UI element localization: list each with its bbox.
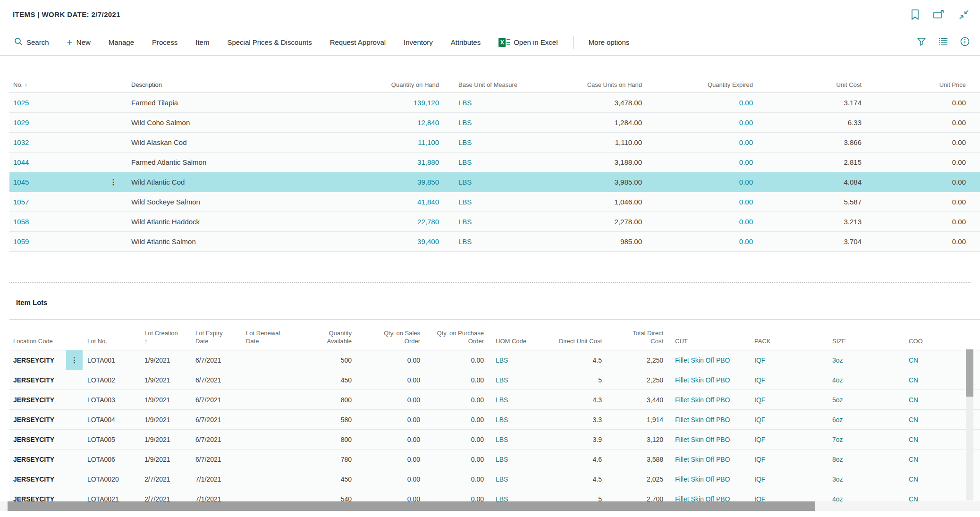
pack-link[interactable]: IQF — [754, 376, 765, 384]
lots-vertical-scrollbar-thumb[interactable] — [966, 349, 973, 397]
uom-code-link[interactable]: LBS — [496, 475, 508, 483]
collapse-icon[interactable] — [958, 9, 970, 20]
col-header-qty-purchase-order[interactable]: Qty. on PurchaseOrder — [427, 320, 491, 350]
col-header-coo[interactable]: COO — [904, 320, 966, 350]
qty-expired-link[interactable]: 0.00 — [739, 158, 753, 166]
pack-link[interactable]: IQF — [754, 356, 765, 364]
size-link[interactable]: 3oz — [832, 475, 843, 483]
uom-code-link[interactable]: LBS — [496, 416, 508, 424]
table-row[interactable]: 1029 ⋮ Wild Coho Salmon 12,840 LBS 1,284… — [9, 113, 980, 133]
item-no-link[interactable]: 1045 — [13, 178, 29, 186]
item-no-link[interactable]: 1025 — [13, 99, 29, 107]
open-in-new-window-icon[interactable] — [933, 9, 945, 20]
col-header-total-direct-cost[interactable]: Total DirectCost — [609, 320, 670, 350]
qty-on-hand-link[interactable]: 39,400 — [417, 237, 439, 246]
item-menu[interactable]: Item — [195, 38, 209, 46]
size-link[interactable]: 7oz — [832, 436, 843, 443]
item-no-link[interactable]: 1059 — [13, 237, 29, 246]
cut-link[interactable]: Fillet Skin Off PBO — [675, 376, 730, 384]
col-header-pack[interactable]: PACK — [751, 320, 828, 350]
cut-link[interactable]: Fillet Skin Off PBO — [675, 396, 730, 404]
uom-code-link[interactable]: LBS — [496, 436, 508, 443]
col-header-size[interactable]: SIZE — [828, 320, 904, 350]
coo-link[interactable]: CN — [909, 456, 918, 463]
table-row[interactable]: 1057 ⋮ Wild Sockeye Salmon 41,840 LBS 1,… — [9, 192, 980, 212]
pack-link[interactable]: IQF — [754, 456, 765, 463]
item-no-link[interactable]: 1058 — [13, 218, 29, 226]
cut-link[interactable]: Fillet Skin Off PBO — [675, 475, 730, 483]
cut-link[interactable]: Fillet Skin Off PBO — [675, 436, 730, 443]
base-uom-link[interactable]: LBS — [458, 237, 472, 246]
col-header-lot-expiry[interactable]: Lot ExpiryDate — [194, 320, 243, 350]
manage-menu[interactable]: Manage — [109, 38, 134, 46]
lot-row[interactable]: JERSEYCITY ⋮ LOTA001 1/9/2021 6/7/2021 5… — [9, 350, 980, 370]
base-uom-link[interactable]: LBS — [458, 119, 472, 127]
col-header-qty-sales-order[interactable]: Qty. on SalesOrder — [359, 320, 427, 350]
col-header-description[interactable]: Description — [127, 71, 326, 93]
cut-link[interactable]: Fillet Skin Off PBO — [675, 356, 730, 364]
coo-link[interactable]: CN — [909, 356, 918, 364]
coo-link[interactable]: CN — [909, 475, 918, 483]
inventory-menu[interactable]: Inventory — [404, 38, 433, 46]
coo-link[interactable]: CN — [909, 376, 918, 384]
qty-expired-link[interactable]: 0.00 — [739, 198, 753, 206]
col-header-qty-available[interactable]: QuantityAvailable — [312, 320, 359, 350]
col-header-location-code[interactable]: Location Code — [9, 320, 66, 350]
col-header-no[interactable]: No. ↑ — [9, 71, 99, 93]
qty-expired-link[interactable]: 0.00 — [739, 138, 753, 146]
uom-code-link[interactable]: LBS — [496, 456, 508, 463]
qty-on-hand-link[interactable]: 139,120 — [414, 99, 439, 107]
horizontal-scrollbar-thumb[interactable] — [8, 501, 815, 511]
col-header-unit-cost[interactable]: Unit Cost — [762, 71, 869, 93]
qty-expired-link[interactable]: 0.00 — [739, 99, 753, 107]
coo-link[interactable]: CN — [909, 495, 918, 502]
cut-link[interactable]: Fillet Skin Off PBO — [675, 495, 730, 502]
special-prices-menu[interactable]: Special Prices & Discounts — [227, 38, 312, 46]
col-header-qty-on-hand[interactable]: Quantity on Hand — [326, 71, 446, 93]
list-view-icon[interactable] — [938, 37, 948, 48]
table-row[interactable]: 1059 ⋮ Wild Atlantic Salmon 39,400 LBS 9… — [9, 232, 980, 252]
more-options-menu[interactable]: More options — [589, 38, 630, 46]
base-uom-link[interactable]: LBS — [458, 218, 472, 226]
coo-link[interactable]: CN — [909, 396, 918, 404]
size-link[interactable]: 8oz — [832, 456, 843, 463]
item-no-link[interactable]: 1057 — [13, 198, 29, 206]
coo-link[interactable]: CN — [909, 416, 918, 424]
qty-expired-link[interactable]: 0.00 — [739, 119, 753, 127]
uom-code-link[interactable]: LBS — [496, 376, 508, 384]
table-row[interactable]: 1025 ⋮ Farmed Tilapia 139,120 LBS 3,478.… — [9, 93, 980, 113]
col-header-lot-no[interactable]: Lot No. — [83, 320, 142, 350]
qty-expired-link[interactable]: 0.00 — [739, 218, 753, 226]
lot-row[interactable]: JERSEYCITY ⋮ LOTA0020 2/7/2021 7/1/2021 … — [9, 469, 980, 489]
open-in-excel-button[interactable]: X Open in Excel — [498, 38, 558, 47]
size-link[interactable]: 5oz — [832, 396, 843, 404]
uom-code-link[interactable]: LBS — [496, 495, 508, 502]
qty-on-hand-link[interactable]: 39,850 — [417, 178, 439, 186]
lot-row[interactable]: JERSEYCITY ⋮ LOTA0021 2/7/2021 7/1/2021 … — [9, 489, 980, 501]
size-link[interactable]: 3oz — [832, 356, 843, 364]
coo-link[interactable]: CN — [909, 436, 918, 443]
pack-link[interactable]: IQF — [754, 396, 765, 404]
base-uom-link[interactable]: LBS — [458, 99, 472, 107]
pack-link[interactable]: IQF — [754, 436, 765, 443]
lots-vertical-scrollbar[interactable] — [966, 349, 973, 500]
process-menu[interactable]: Process — [152, 38, 177, 46]
col-header-cut[interactable]: CUT — [670, 320, 751, 350]
table-row[interactable]: 1045 ⋮ Wild Atlantic Cod 39,850 LBS 3,98… — [9, 172, 980, 192]
qty-on-hand-link[interactable]: 22,780 — [417, 218, 439, 226]
row-menu-icon[interactable]: ⋮ — [71, 356, 78, 364]
col-header-unit-price[interactable]: Unit Price — [869, 71, 980, 93]
pack-link[interactable]: IQF — [754, 475, 765, 483]
lot-row[interactable]: JERSEYCITY ⋮ LOTA003 1/9/2021 6/7/2021 8… — [9, 390, 980, 410]
qty-on-hand-link[interactable]: 31,880 — [417, 158, 439, 166]
pack-link[interactable]: IQF — [754, 416, 765, 424]
qty-on-hand-link[interactable]: 12,840 — [417, 119, 439, 127]
attributes-menu[interactable]: Attributes — [451, 38, 481, 46]
col-header-uom-code[interactable]: UOM Code — [491, 320, 552, 350]
item-no-link[interactable]: 1044 — [13, 158, 29, 166]
size-link[interactable]: 4oz — [832, 376, 843, 384]
pack-link[interactable]: IQF — [754, 495, 765, 502]
qty-expired-link[interactable]: 0.00 — [739, 178, 753, 186]
uom-code-link[interactable]: LBS — [496, 356, 508, 364]
qty-expired-link[interactable]: 0.00 — [739, 237, 753, 246]
